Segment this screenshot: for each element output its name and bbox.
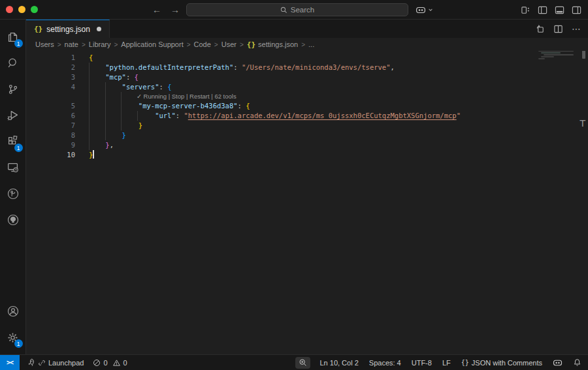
remote-indicator[interactable]: >< bbox=[0, 355, 20, 370]
code-line-6[interactable]: 6 "url": "https://api.arcade.dev/v1/mcps… bbox=[26, 111, 588, 121]
split-editor-icon[interactable] bbox=[553, 24, 563, 34]
code-line-9[interactable]: 9 }, bbox=[26, 140, 588, 150]
minimize-window-button[interactable] bbox=[18, 6, 25, 13]
code-editor[interactable]: 1{2 "python.defaultInterpreterPath": "/U… bbox=[26, 51, 588, 354]
copilot-menu-button[interactable] bbox=[416, 3, 433, 17]
line-content: "servers": { bbox=[75, 82, 171, 92]
breadcrumb-item[interactable]: {}settings.json bbox=[247, 40, 298, 49]
code-line-4[interactable]: 4 "servers": { bbox=[26, 82, 588, 92]
modified-dot-icon[interactable] bbox=[97, 27, 101, 31]
explorer-badge: 1 bbox=[14, 39, 23, 48]
breadcrumb-label: settings.json bbox=[258, 40, 298, 48]
breadcrumb-label: Library bbox=[89, 40, 111, 48]
breadcrumb-item[interactable]: User bbox=[221, 40, 237, 48]
line-content: "url": "https://api.arcade.dev/v1/mcps/m… bbox=[75, 111, 461, 121]
search-view-icon bbox=[6, 56, 20, 70]
tab-label: settings.json bbox=[46, 25, 90, 34]
vscode-window: ← → Search bbox=[0, 0, 588, 370]
eol-item[interactable]: LF bbox=[437, 355, 456, 370]
breadcrumb-item[interactable]: Library bbox=[89, 40, 111, 48]
line-number: 10 bbox=[26, 150, 75, 160]
errors-count: 0 bbox=[103, 359, 107, 367]
indentation-item[interactable]: Spaces: 4 bbox=[364, 355, 406, 370]
customize-layout-icon[interactable] bbox=[521, 5, 531, 15]
line-number: 9 bbox=[26, 140, 75, 150]
breadcrumb: Users>nate>Library>Application Support>C… bbox=[26, 38, 588, 51]
activity-bar: 1 bbox=[0, 20, 26, 354]
toggle-secondary-sidebar-icon[interactable] bbox=[572, 5, 581, 15]
line-number: 2 bbox=[26, 63, 75, 72]
code-line-3[interactable]: 3 "mcp": { bbox=[26, 72, 588, 82]
breadcrumb-item[interactable]: Users bbox=[35, 40, 54, 48]
code-line-7[interactable]: 7 } bbox=[26, 121, 588, 131]
command-center-search[interactable]: Search bbox=[186, 3, 408, 16]
sidebar-item-search[interactable] bbox=[0, 50, 26, 76]
breadcrumb-item[interactable]: nate bbox=[65, 40, 78, 48]
sidebar-item-run-debug[interactable] bbox=[0, 102, 26, 129]
sidebar-item-explorer[interactable]: 1 bbox=[0, 24, 26, 50]
line-number: 6 bbox=[26, 111, 75, 121]
settings-gear-button[interactable]: 1 bbox=[0, 324, 26, 350]
scrollbar-thumb[interactable] bbox=[582, 51, 585, 59]
chevron-down-icon bbox=[428, 7, 433, 12]
breadcrumb-label: Users bbox=[35, 40, 54, 48]
code-line-2[interactable]: 2 "python.defaultInterpreterPath": "/Use… bbox=[26, 63, 588, 72]
title-bar: ← → Search bbox=[0, 0, 588, 20]
problems-status-item[interactable]: 0 0 bbox=[88, 355, 131, 370]
line-number: 3 bbox=[26, 72, 75, 82]
copilot-status-icon bbox=[553, 359, 563, 367]
breadcrumb-item[interactable]: ... bbox=[308, 40, 314, 48]
encoding-item[interactable]: UTF-8 bbox=[406, 355, 437, 370]
code-line-1[interactable]: 1{ bbox=[26, 53, 588, 63]
navigate-back-button[interactable]: ← bbox=[152, 5, 161, 15]
warnings-count: 0 bbox=[123, 359, 127, 367]
launchpad-status-item[interactable]: Launchpad bbox=[22, 355, 88, 370]
line-content: } bbox=[75, 121, 142, 131]
sidebar-item-pull-requests[interactable] bbox=[0, 181, 26, 207]
status-bar: >< Launchpad 0 bbox=[0, 354, 588, 370]
line-content: "mcp": { bbox=[75, 72, 139, 82]
sidebar-item-remote-explorer[interactable] bbox=[0, 155, 26, 181]
json-mode-icon: {} bbox=[461, 359, 469, 366]
search-placeholder: Search bbox=[291, 6, 314, 14]
breadcrumb-separator-icon: > bbox=[214, 41, 218, 48]
zoom-in-icon bbox=[299, 358, 307, 367]
line-content: "python.defaultInterpreterPath": "/Users… bbox=[75, 63, 395, 72]
warnings-icon bbox=[112, 359, 121, 367]
open-settings-ui-icon[interactable] bbox=[535, 24, 545, 34]
sidebar-item-github[interactable] bbox=[0, 207, 26, 233]
sidebar-item-source-control[interactable] bbox=[0, 76, 26, 102]
tab-bar: {} settings.json ⋯ bbox=[26, 20, 588, 38]
language-mode-item[interactable]: {} JSON with Comments bbox=[456, 355, 547, 370]
toggle-primary-sidebar-icon[interactable] bbox=[538, 5, 547, 15]
codelens-mcp-server[interactable]: ✓ Running | Stop | Restart | 62 tools bbox=[26, 92, 588, 101]
breadcrumb-item[interactable]: Code bbox=[194, 40, 211, 48]
tab-settings-json[interactable]: {} settings.json bbox=[26, 20, 110, 38]
breadcrumb-label: Code bbox=[194, 40, 211, 48]
account-icon bbox=[6, 304, 20, 318]
maximize-window-button[interactable] bbox=[31, 6, 38, 13]
indent-guide bbox=[89, 63, 90, 150]
run-debug-icon bbox=[6, 108, 20, 123]
code-line-5[interactable]: 5 "my-mcp-server-b436d3a8": { bbox=[26, 101, 588, 111]
copilot-status-item[interactable] bbox=[547, 355, 568, 370]
sidebar-item-extensions[interactable]: 1 bbox=[0, 129, 26, 155]
navigate-forward-button[interactable]: → bbox=[171, 5, 180, 15]
source-control-icon bbox=[6, 82, 20, 97]
breadcrumb-label: User bbox=[221, 40, 237, 48]
toggle-panel-icon[interactable] bbox=[555, 5, 564, 15]
breadcrumb-separator-icon: > bbox=[187, 41, 191, 48]
line-content: } bbox=[75, 131, 126, 140]
code-line-10[interactable]: 10} bbox=[26, 150, 588, 160]
zoom-status-item[interactable] bbox=[295, 357, 310, 369]
accounts-button[interactable] bbox=[0, 298, 26, 324]
json-file-icon: {} bbox=[247, 40, 255, 49]
close-window-button[interactable] bbox=[6, 6, 13, 13]
line-number: 5 bbox=[26, 101, 75, 111]
minimap[interactable] bbox=[536, 51, 576, 61]
more-actions-icon[interactable]: ⋯ bbox=[572, 25, 581, 32]
breadcrumb-item[interactable]: Application Support bbox=[121, 40, 183, 48]
code-line-8[interactable]: 8 } bbox=[26, 131, 588, 140]
cursor-position-item[interactable]: Ln 10, Col 2 bbox=[314, 355, 363, 370]
notifications-bell-item[interactable] bbox=[568, 355, 588, 370]
